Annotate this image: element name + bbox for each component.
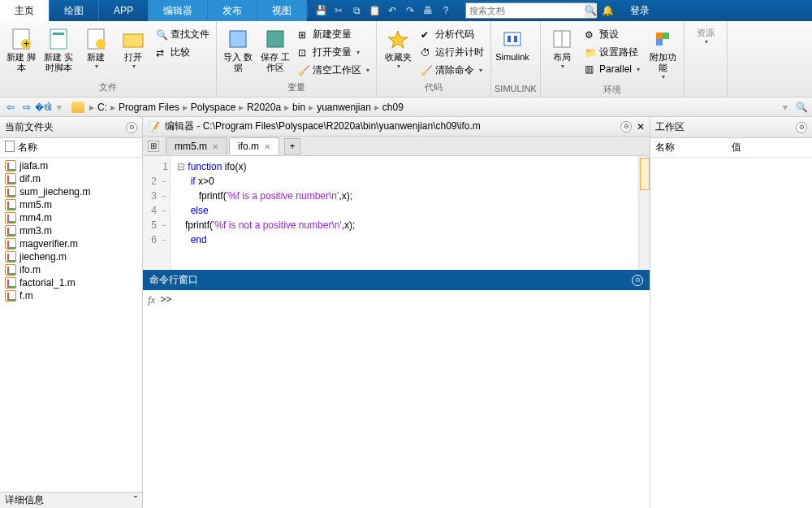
code-area[interactable]: 1 2– 3– 4– 5– 6– ⊟ function ifo(x) if x>… — [143, 156, 650, 270]
tab-publish[interactable]: 发布 — [208, 0, 257, 21]
ribbon: +新建 脚本 新建 实时脚本 新建 打开 🔍查找文件 ⇄比较 文件 导入 数据 … — [0, 21, 812, 98]
file-item[interactable]: mm3.m — [2, 224, 140, 237]
bc-3[interactable]: R2020a — [245, 102, 283, 113]
command-window[interactable]: fx >> — [143, 290, 650, 508]
file-item[interactable]: mm5.m — [2, 198, 140, 211]
code-scrollbar[interactable] — [638, 156, 650, 270]
analyze-code-button[interactable]: ✔分析代码 — [417, 26, 487, 43]
resources-button[interactable]: 资源 — [688, 26, 723, 47]
bc-6[interactable]: ch09 — [381, 102, 405, 113]
help-icon[interactable]: ? — [439, 4, 452, 17]
up-icon[interactable]: �खे — [36, 100, 50, 115]
file-item[interactable]: jiafa.m — [2, 159, 140, 172]
set-path-button[interactable]: 📁设置路径 — [581, 44, 643, 61]
tab-add-button[interactable]: + — [284, 138, 300, 154]
svg-rect-8 — [230, 31, 246, 47]
run-timer-button[interactable]: ⏱运行并计时 — [417, 44, 487, 61]
save-workspace-button[interactable]: 保存 工作区 — [257, 26, 293, 75]
svg-rect-3 — [50, 29, 67, 49]
open-var-button[interactable]: ⊡打开变量 — [295, 44, 373, 61]
login-button[interactable]: 登录 — [620, 4, 659, 18]
folder-icon — [71, 102, 84, 113]
m-file-icon — [5, 290, 16, 302]
new-button[interactable]: 新建 — [78, 26, 114, 72]
bc-1[interactable]: Program Files — [117, 102, 181, 113]
editor-options-icon[interactable]: ⊙ — [620, 121, 632, 132]
new-script-button[interactable]: +新建 脚本 — [3, 26, 39, 75]
col-name[interactable]: 名称 — [18, 141, 37, 154]
file-item[interactable]: mm4.m — [2, 211, 140, 224]
import-data-button[interactable]: 导入 数据 — [220, 26, 256, 75]
find-files-button[interactable]: 🔍查找文件 — [153, 26, 213, 43]
new-live-script-button[interactable]: 新建 实时脚本 — [41, 26, 76, 75]
save-icon[interactable]: 💾 — [314, 4, 327, 17]
file-item[interactable]: f.m — [2, 289, 140, 302]
editor-tab-ifo[interactable]: ifo.m✕ — [229, 137, 279, 154]
editor-title: 编辑器 - C:\Program Files\Polyspace\R2020a\… — [165, 119, 481, 133]
file-list: jiafa.m dif.m sum_jiecheng.m mm5.m mm4.m… — [0, 158, 142, 492]
editor-tab-mm5[interactable]: mm5.m✕ — [166, 137, 227, 154]
print-icon[interactable]: 🖶 — [421, 4, 434, 17]
file-item[interactable]: ifo.m — [2, 263, 140, 276]
tab-close-icon[interactable]: ✕ — [264, 142, 270, 151]
tab-plots[interactable]: 绘图 — [50, 0, 99, 21]
search-input[interactable] — [466, 6, 585, 15]
menubar: 主页 绘图 APP 编辑器 发布 视图 💾 ✂ ⧉ 📋 ↶ ↷ 🖶 ? 🔍 🔔 … — [0, 0, 812, 21]
history-icon[interactable]: ▾ — [52, 100, 67, 115]
group-label-env: 环境 — [544, 82, 680, 98]
ribbon-group-simulink: Simulink SIMULINK — [491, 21, 541, 97]
file-item[interactable]: jiecheng.m — [2, 250, 140, 263]
notifications-icon[interactable]: 🔔 — [595, 5, 620, 16]
file-item[interactable]: factorial_1.m — [2, 276, 140, 289]
details-footer[interactable]: 详细信息ˇ — [0, 492, 142, 508]
search-path-icon[interactable]: 🔍 — [794, 100, 809, 115]
bc-dropdown-icon[interactable]: ▾ — [778, 100, 793, 115]
fx-icon[interactable]: fx — [148, 293, 155, 505]
m-file-icon — [5, 264, 16, 276]
collapse-icon[interactable]: ⊙ — [796, 122, 807, 133]
file-item[interactable]: sum_jiecheng.m — [2, 185, 140, 198]
tab-home[interactable]: 主页 — [0, 0, 50, 21]
tab-view[interactable]: 视图 — [257, 0, 307, 21]
undo-icon[interactable]: ↶ — [386, 4, 399, 17]
redo-icon[interactable]: ↷ — [404, 4, 417, 17]
open-button[interactable]: 打开 — [115, 26, 151, 72]
editor-close-icon[interactable]: ✕ — [637, 121, 645, 132]
simulink-button[interactable]: Simulink — [495, 26, 530, 64]
tabs-expand-icon[interactable]: ⊞ — [148, 141, 159, 152]
file-item[interactable]: dif.m — [2, 172, 140, 185]
bc-0[interactable]: C: — [96, 102, 109, 113]
bc-5[interactable]: yuanwenjian — [315, 102, 373, 113]
cmd-options-icon[interactable]: ⊙ — [632, 275, 643, 286]
bc-4[interactable]: bin — [291, 102, 307, 113]
parallel-button[interactable]: ▥Parallel — [581, 62, 643, 76]
code-content[interactable]: ⊟ function ifo(x) if x>0 fprintf('%f is … — [171, 156, 650, 270]
tab-close-icon[interactable]: ✕ — [212, 142, 218, 151]
compare-button[interactable]: ⇄比较 — [153, 44, 213, 61]
cut-icon[interactable]: ✂ — [332, 4, 345, 17]
addons-button[interactable]: 附加功能 — [645, 26, 680, 82]
tab-editor[interactable]: 编辑器 — [149, 0, 208, 21]
back-icon[interactable]: ⇦ — [3, 100, 18, 115]
collapse-icon[interactable]: ⊙ — [126, 122, 137, 133]
main-area: 当前文件夹 ⊙ 名称 jiafa.m dif.m sum_jiecheng.m … — [0, 117, 812, 508]
prefs-button[interactable]: ⚙预设 — [581, 26, 643, 43]
clear-cmd-button[interactable]: 🧹清除命令 — [417, 62, 487, 79]
svg-point-6 — [96, 39, 106, 49]
forward-icon[interactable]: ⇨ — [19, 100, 34, 115]
tab-apps[interactable]: APP — [99, 0, 149, 21]
layout-button[interactable]: 布局 — [544, 26, 580, 72]
paste-icon[interactable]: 📋 — [368, 4, 381, 17]
editor-header: 📝 编辑器 - C:\Program Files\Polyspace\R2020… — [143, 117, 650, 137]
favorites-button[interactable]: 收藏夹 — [380, 26, 416, 72]
file-item[interactable]: magverifier.m — [2, 237, 140, 250]
ws-col-name[interactable]: 名称 — [655, 141, 732, 154]
ws-col-value[interactable]: 值 — [732, 141, 808, 154]
svg-rect-13 — [514, 36, 517, 42]
clear-ws-button[interactable]: 🧹清空工作区 — [295, 62, 373, 79]
copy-icon[interactable]: ⧉ — [350, 4, 363, 17]
new-var-button[interactable]: ⊞新建变量 — [295, 26, 373, 43]
file-list-header: 名称 — [0, 138, 142, 158]
bc-2[interactable]: Polyspace — [189, 102, 237, 113]
center-panel: 📝 编辑器 - C:\Program Files\Polyspace\R2020… — [143, 117, 650, 508]
